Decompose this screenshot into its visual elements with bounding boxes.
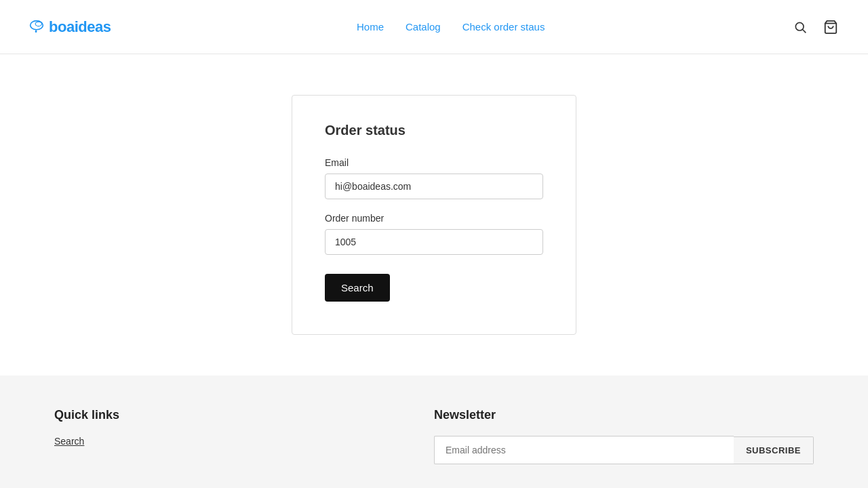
email-input[interactable]: [325, 174, 543, 199]
search-button[interactable]: [791, 18, 810, 37]
order-number-input[interactable]: [325, 229, 543, 255]
svg-line-5: [803, 29, 806, 33]
newsletter-email-input[interactable]: [434, 436, 734, 464]
newsletter-title: Newsletter: [434, 408, 814, 422]
logo-link[interactable]: boaideas: [27, 18, 111, 37]
search-icon: [793, 20, 807, 34]
subscribe-button[interactable]: SUBSCRIBE: [734, 436, 814, 464]
logo-icon: [27, 18, 46, 37]
order-number-group: Order number: [325, 213, 543, 255]
footer-quick-links: Quick links Search: [54, 408, 434, 464]
site-footer: Quick links Search Newsletter SUBSCRIBE: [0, 375, 868, 488]
newsletter-form: SUBSCRIBE: [434, 436, 814, 464]
logo-text: boaideas: [49, 18, 111, 36]
svg-point-1: [35, 22, 41, 26]
site-header: boaideas Home Catalog Check order staus: [0, 0, 868, 54]
nav-check-order[interactable]: Check order staus: [462, 21, 545, 33]
header-icons: [791, 17, 841, 37]
email-group: Email: [325, 157, 543, 199]
quick-links-title: Quick links: [54, 408, 434, 422]
order-number-label: Order number: [325, 213, 543, 224]
cart-button[interactable]: [821, 17, 841, 37]
cart-icon: [823, 20, 838, 35]
order-status-card: Order status Email Order number Search: [292, 95, 576, 335]
card-title: Order status: [325, 123, 543, 138]
logo-text-accent: ideas: [75, 18, 111, 35]
nav-home[interactable]: Home: [357, 21, 384, 33]
main-content: Order status Email Order number Search: [0, 54, 868, 375]
main-nav: Home Catalog Check order staus: [357, 21, 545, 33]
logo-text-main: boa: [49, 18, 75, 35]
email-label: Email: [325, 157, 543, 168]
footer-search-link[interactable]: Search: [54, 436, 84, 447]
nav-catalog[interactable]: Catalog: [406, 21, 441, 33]
search-submit-button[interactable]: Search: [325, 274, 390, 302]
svg-point-4: [795, 22, 804, 30]
footer-newsletter: Newsletter SUBSCRIBE: [434, 408, 814, 464]
